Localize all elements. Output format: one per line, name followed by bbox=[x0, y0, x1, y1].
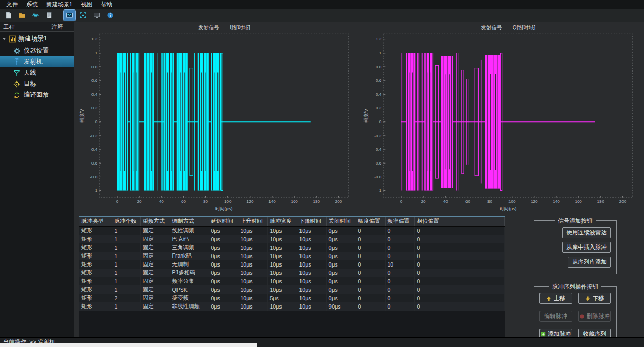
column-header[interactable]: 频率偏置 bbox=[385, 217, 414, 227]
table-row[interactable]: 矩形1固定线性调频0μs10μs10μs10μs0μs000 bbox=[79, 227, 505, 236]
column-header[interactable]: 关闭时间 bbox=[326, 217, 356, 227]
expander-icon[interactable] bbox=[2, 37, 6, 41]
fit-view-icon[interactable] bbox=[77, 10, 89, 21]
sidebar-item-label: 仪器设置 bbox=[24, 46, 49, 55]
table-row[interactable]: 矩形1固定非线性调频0μs10μs10μs10μs90μs000 bbox=[79, 302, 505, 311]
table-cell: 10μs bbox=[297, 302, 326, 311]
table-cell: 矩形 bbox=[79, 260, 112, 269]
use-cw-radar-button[interactable]: 使用连续波雷达 bbox=[562, 227, 611, 238]
column-header[interactable]: 调制方式 bbox=[170, 217, 209, 227]
table-row[interactable]: 矩形1固定巴克码0μs10μs10μs10μs0μs000 bbox=[79, 235, 505, 243]
column-header[interactable]: 脉冲类型 bbox=[79, 217, 112, 227]
table-cell: 频率分集 bbox=[170, 277, 209, 285]
table-cell: 10μs bbox=[297, 235, 326, 243]
display-toggle-button[interactable] bbox=[64, 10, 75, 21]
sidebar-item-transmitter[interactable]: 发射机 bbox=[0, 56, 74, 67]
table-cell: 0 bbox=[414, 243, 505, 252]
table-cell: 0 bbox=[385, 269, 414, 277]
sidebar-item-antenna[interactable]: 天线 bbox=[0, 67, 74, 78]
open-folder-icon[interactable] bbox=[16, 10, 28, 21]
menu-item-4[interactable]: 视图 bbox=[77, 0, 97, 9]
table-cell: 10μs bbox=[238, 285, 267, 294]
table-cell: 固定 bbox=[140, 294, 170, 302]
table-cell: 矩形 bbox=[79, 252, 112, 260]
table-row[interactable]: 矩形1固定频率分集0μs10μs10μs10μs0μs000 bbox=[79, 277, 505, 285]
table-cell: 0μs bbox=[326, 269, 356, 277]
table-row[interactable]: 矩形1固定P1多相码0μs10μs10μs10μs0μs000 bbox=[79, 269, 505, 277]
screen-icon[interactable] bbox=[91, 10, 102, 21]
new-file-icon[interactable] bbox=[3, 10, 14, 21]
table-cell: 0μs bbox=[209, 269, 238, 277]
table-cell: 0 bbox=[356, 243, 385, 252]
table-cell: 固定 bbox=[140, 260, 170, 269]
table-cell: 10μs bbox=[297, 243, 326, 252]
svg-text:0: 0 bbox=[95, 119, 98, 124]
table-cell: 0 bbox=[385, 285, 414, 294]
menu-item-1[interactable]: 文件 bbox=[2, 0, 22, 9]
report-icon[interactable] bbox=[44, 10, 55, 21]
table-cell: 固定 bbox=[140, 243, 170, 252]
svg-text:0.6: 0.6 bbox=[376, 78, 382, 83]
svg-text:0.6: 0.6 bbox=[91, 78, 98, 83]
table-cell: 固定 bbox=[140, 227, 170, 236]
column-header[interactable]: 相位偏置 bbox=[414, 217, 505, 227]
svg-text:0.8: 0.8 bbox=[91, 65, 98, 69]
table-cell: 矩形 bbox=[79, 302, 112, 311]
transmitter-icon bbox=[13, 58, 20, 66]
table-cell: 0μs bbox=[326, 277, 356, 285]
table-cell: 0 bbox=[414, 294, 505, 302]
sidebar-item-compile-replay[interactable]: 编译回放 bbox=[0, 89, 74, 100]
table-row[interactable]: 矩形2固定捷变频0μs10μs5μs10μs0μs000 bbox=[79, 294, 505, 302]
table-cell: 10μs bbox=[238, 227, 267, 236]
svg-text:160: 160 bbox=[575, 199, 582, 204]
svg-text:140: 140 bbox=[268, 199, 276, 204]
info-icon[interactable] bbox=[105, 10, 116, 21]
table-cell: 矩形 bbox=[79, 294, 112, 302]
delete-pulse-button[interactable]: 删除脉冲 bbox=[578, 311, 611, 322]
table-cell: 0μs bbox=[209, 302, 238, 311]
column-header[interactable]: 脉冲个数 bbox=[112, 217, 140, 227]
table-row[interactable]: 矩形1固定QPSK0μs10μs10μs10μs0μs000 bbox=[79, 285, 505, 294]
column-header[interactable]: 幅度偏置 bbox=[356, 217, 385, 227]
sidebar-item-root[interactable]: 新建场景1 bbox=[0, 32, 74, 45]
move-down-button[interactable]: 下移 bbox=[578, 293, 611, 304]
column-header[interactable]: 下降时间 bbox=[297, 217, 326, 227]
tree-items: 仪器设置发射机天线目标编译回放 bbox=[0, 45, 74, 100]
sidebar-item-instrument-settings[interactable]: 仪器设置 bbox=[0, 45, 74, 56]
column-header[interactable]: 重频方式 bbox=[140, 217, 170, 227]
table-row[interactable]: 矩形1固定Frank码0μs10μs10μs10μs0μs000 bbox=[79, 252, 505, 260]
insert-pulse-from-library-button[interactable]: 从库中插入脉冲 bbox=[562, 242, 611, 253]
table-cell: 0 bbox=[385, 227, 414, 236]
svg-text:200: 200 bbox=[335, 199, 342, 204]
move-up-button[interactable]: 上移 bbox=[539, 293, 572, 304]
signal-add-buttons: 使用连续波雷达从库中插入脉冲从序列库添加 bbox=[539, 227, 611, 268]
column-header[interactable]: 延迟时间 bbox=[209, 217, 238, 227]
menu-item-2[interactable]: 系统 bbox=[22, 0, 42, 9]
svg-text:-1: -1 bbox=[94, 188, 98, 193]
column-header[interactable]: 脉冲宽度 bbox=[267, 217, 297, 227]
menu-item-3[interactable]: 新建场景1 bbox=[42, 0, 77, 9]
table-cell: 0 bbox=[385, 294, 414, 302]
table-cell: 矩形 bbox=[79, 243, 112, 252]
table-cell: 10μs bbox=[267, 277, 297, 285]
table-cell: 固定 bbox=[140, 252, 170, 260]
table-cell: 0μs bbox=[209, 260, 238, 269]
add-from-sequence-library-button[interactable]: 从序列库添加 bbox=[568, 257, 611, 268]
column-header[interactable]: 上升时间 bbox=[238, 217, 267, 227]
table-cell: QPSK bbox=[170, 285, 209, 294]
sidebar-item-label: 目标 bbox=[24, 79, 36, 88]
table-cell: 0μs bbox=[209, 243, 238, 252]
table-cell: 捷变频 bbox=[170, 294, 209, 302]
sidebar-root-label: 新建场景1 bbox=[18, 34, 47, 43]
table-cell: 0 bbox=[414, 302, 505, 311]
menu-item-5[interactable]: 帮助 bbox=[97, 0, 117, 9]
edit-pulse-button[interactable]: 编辑脉冲 bbox=[539, 311, 572, 322]
toolbar bbox=[0, 9, 644, 22]
tree-header-project: 工程 bbox=[0, 22, 48, 31]
table-row[interactable]: 矩形1固定无调制0μs10μs10μs10μs0μs0100 bbox=[79, 260, 505, 269]
table-row[interactable]: 矩形1固定三角调频0μs10μs10μs10μs0μs000 bbox=[79, 243, 505, 252]
waveform-icon[interactable] bbox=[30, 10, 41, 21]
table-cell: 10μs bbox=[297, 294, 326, 302]
sidebar-item-target[interactable]: 目标 bbox=[0, 78, 74, 89]
table-cell: Frank码 bbox=[170, 252, 209, 260]
